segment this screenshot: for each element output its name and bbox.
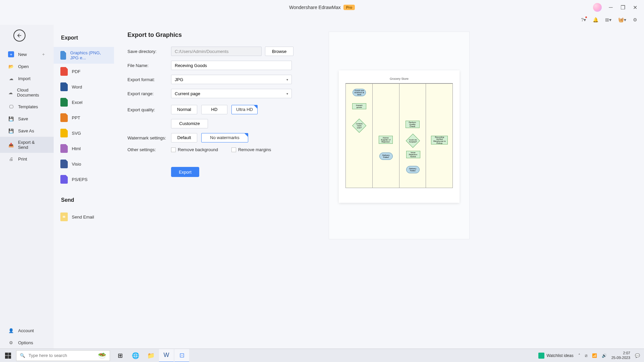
explorer-app-icon[interactable]: 📁 bbox=[144, 349, 158, 362]
chart-title: Grocery Store bbox=[345, 77, 453, 80]
watchlist-widget[interactable]: Watchlist ideas bbox=[538, 353, 573, 359]
grid-icon[interactable]: ⊞▾ bbox=[605, 17, 611, 22]
export-type-pdf[interactable]: PDF bbox=[54, 64, 114, 79]
ppt-file-icon bbox=[60, 113, 68, 122]
other-label: Other settings: bbox=[127, 147, 171, 152]
flow-node: Advise Supplier of Rejection bbox=[379, 136, 393, 144]
nav-label: Templates bbox=[18, 104, 38, 109]
tray-wifi-icon[interactable]: 📶 bbox=[592, 353, 597, 358]
edge-app-icon[interactable]: 🌐 bbox=[128, 349, 143, 362]
checkbox-icon bbox=[231, 147, 236, 152]
task-view-button[interactable]: ⊞ bbox=[113, 349, 127, 362]
help-icon[interactable]: ?▾ bbox=[581, 17, 586, 22]
quality-ultrahd[interactable]: Ultra HD bbox=[231, 105, 258, 114]
nav-label: Options bbox=[18, 340, 33, 345]
nav-label: Account bbox=[18, 328, 34, 333]
nav-new[interactable]: + New ＋ bbox=[0, 48, 54, 60]
preview-pane: Grocery Store Goods are received at dock… bbox=[329, 32, 470, 239]
cloud-down-icon: ☁ bbox=[8, 75, 14, 81]
visio-file-icon bbox=[60, 160, 68, 168]
nav-export-send[interactable]: 📤 Export & Send bbox=[0, 137, 54, 153]
clock-time: 2:07 bbox=[611, 351, 630, 355]
close-button[interactable]: ✕ bbox=[632, 4, 638, 10]
settings-icon[interactable]: ⚙ bbox=[633, 17, 637, 22]
plus-square-icon: + bbox=[8, 51, 14, 57]
add-icon[interactable]: ＋ bbox=[41, 51, 46, 57]
maximize-button[interactable]: ❐ bbox=[620, 4, 626, 10]
quality-normal[interactable]: Normal bbox=[171, 105, 197, 114]
format-label: Export format: bbox=[127, 77, 171, 82]
nav-save-as[interactable]: 💾 Save As bbox=[0, 125, 54, 137]
export-type-ps[interactable]: PS/EPS bbox=[54, 172, 114, 187]
export-type-label: Excel bbox=[72, 100, 83, 105]
search-graphic-icon: 🥗 bbox=[98, 352, 106, 360]
tray-chevron-icon[interactable]: ˄ bbox=[578, 353, 580, 358]
tray-volume-icon[interactable]: 🔊 bbox=[602, 353, 607, 358]
user-icon: 👤 bbox=[8, 327, 14, 334]
format-select[interactable]: JPG ▾ bbox=[171, 75, 292, 84]
nav-templates[interactable]: 🖵 Templates bbox=[0, 101, 54, 113]
export-type-excel[interactable]: Excel bbox=[54, 95, 114, 110]
export-type-label: Visio bbox=[72, 162, 81, 167]
export-type-list: Export Graphics (PNG, JPG e... PDF Word … bbox=[54, 25, 114, 349]
export-type-ppt[interactable]: PPT bbox=[54, 110, 114, 125]
flow-node: Perform Quality Check bbox=[406, 121, 420, 128]
basket-icon[interactable]: 🧺▾ bbox=[618, 17, 626, 22]
content-pane: Export to Graphics Save directory: Brows… bbox=[114, 25, 644, 349]
export-type-graphics[interactable]: Graphics (PNG, JPG e... bbox=[54, 47, 114, 64]
flow-node: Goods are Accepted? bbox=[406, 134, 420, 148]
nav-print[interactable]: 🖨 Print bbox=[0, 153, 54, 165]
nav-cloud-docs[interactable]: ☁ Cloud Documents bbox=[0, 84, 54, 101]
filename-input[interactable] bbox=[171, 61, 292, 70]
nav-label: Export & Send bbox=[18, 140, 46, 150]
taskbar-search[interactable]: 🔍 Type here to search 🥗 bbox=[16, 350, 110, 361]
remove-bg-text: Remove background bbox=[178, 147, 218, 152]
nav-import[interactable]: ☁ Import bbox=[0, 72, 54, 84]
nav-open[interactable]: 📂 Open bbox=[0, 60, 54, 72]
send-email[interactable]: ✉ Send Email bbox=[54, 209, 114, 225]
customize-button[interactable]: Customize bbox=[171, 119, 208, 128]
export-type-svg[interactable]: SVG bbox=[54, 125, 114, 141]
nav-save[interactable]: 💾 Save bbox=[0, 113, 54, 125]
remove-bg-checkbox[interactable]: Remove background bbox=[171, 147, 218, 152]
app-title: Wondershare EdrawMax bbox=[289, 5, 341, 10]
save-icon: 💾 bbox=[8, 116, 14, 122]
nav-account[interactable]: 👤 Account bbox=[0, 324, 54, 337]
browse-button[interactable]: Browse bbox=[265, 47, 293, 56]
html-file-icon bbox=[60, 144, 68, 153]
flow-node: Delivery Failed bbox=[406, 166, 420, 173]
flow-node: Delivery Failed bbox=[379, 153, 393, 160]
save-dir-label: Save directory: bbox=[127, 49, 171, 54]
nav-label: Print bbox=[18, 157, 27, 162]
search-placeholder: Type here to search bbox=[29, 353, 67, 358]
windows-logo-icon bbox=[5, 353, 11, 359]
export-type-html[interactable]: Html bbox=[54, 141, 114, 156]
export-button[interactable]: Export bbox=[171, 167, 199, 177]
gear-icon: ⚙ bbox=[8, 340, 14, 346]
export-type-word[interactable]: Word bbox=[54, 79, 114, 95]
swimlane-chart: Goods are received at dock Inspect goods… bbox=[345, 83, 453, 188]
watermark-none[interactable]: No watermarks bbox=[201, 133, 248, 142]
minimize-button[interactable]: ─ bbox=[608, 4, 614, 10]
user-avatar[interactable] bbox=[593, 3, 602, 12]
quality-hd[interactable]: HD bbox=[201, 105, 227, 114]
word-app-icon[interactable]: W bbox=[159, 349, 174, 362]
export-type-visio[interactable]: Visio bbox=[54, 156, 114, 172]
back-button[interactable] bbox=[13, 29, 25, 42]
tray-notifications-icon[interactable]: 💬 bbox=[635, 353, 640, 358]
nav-label: Import bbox=[18, 76, 31, 81]
range-select[interactable]: Current page ▾ bbox=[171, 89, 292, 98]
mail-icon: ✉ bbox=[60, 213, 68, 221]
nav-options[interactable]: ⚙ Options bbox=[0, 337, 54, 349]
tray-meet-icon[interactable]: ⎚ bbox=[585, 353, 587, 358]
watermark-default[interactable]: Default bbox=[171, 133, 197, 142]
bell-icon[interactable]: 🔔 bbox=[593, 17, 598, 22]
remove-margins-checkbox[interactable]: Remove margins bbox=[231, 147, 271, 152]
taskbar-clock[interactable]: 2:07 25-09-2023 bbox=[611, 351, 630, 360]
save-dir-input[interactable] bbox=[171, 47, 262, 56]
send-type-label: Send Email bbox=[72, 215, 94, 220]
edraw-app-icon[interactable]: ⊡ bbox=[174, 349, 189, 362]
left-nav: + New ＋ 📂 Open ☁ Import ☁ Cloud Document… bbox=[0, 25, 54, 349]
start-button[interactable] bbox=[0, 349, 16, 362]
flow-node: Contents match order? bbox=[352, 119, 366, 133]
